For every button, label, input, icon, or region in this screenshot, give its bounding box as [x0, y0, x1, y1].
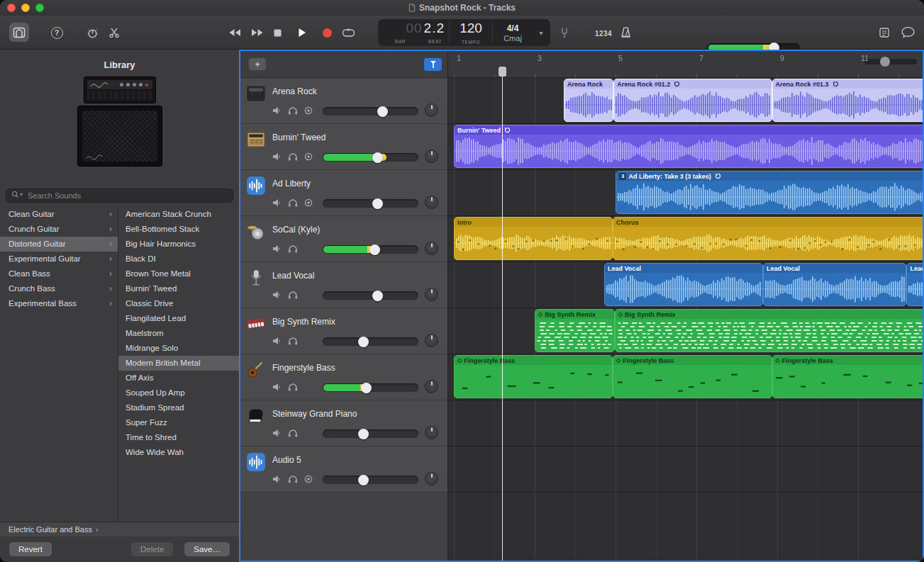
input-monitor-button[interactable] — [304, 152, 313, 161]
input-monitor-button[interactable] — [304, 198, 313, 207]
mute-button[interactable] — [272, 383, 282, 391]
library-patch-classic-drive[interactable]: Classic Drive — [118, 296, 239, 311]
tuner-button[interactable] — [560, 26, 569, 39]
pan-knob[interactable] — [425, 196, 438, 209]
track-lane-socal-kyle[interactable]: IntroChorus — [448, 216, 923, 262]
mute-button[interactable] — [272, 337, 282, 345]
region-fingerstyle-bass[interactable]: ◇Fingerstyle Bass — [613, 355, 772, 398]
save-button[interactable]: Save… — [184, 542, 230, 556]
mute-button[interactable] — [272, 198, 282, 207]
library-patch-wide-wide-wah[interactable]: Wide Wide Wah — [118, 445, 239, 460]
volume-slider[interactable] — [323, 383, 418, 392]
track-lane-lead-vocal[interactable]: Lead VocalLead VocalLead — [448, 262, 923, 308]
track-lane-big-synth-remix[interactable]: ◇Big Synth Remix◇Big Synth Remix — [448, 308, 923, 354]
count-in-button[interactable]: 1234 — [593, 28, 614, 38]
library-category-crunch-bass[interactable]: Crunch Bass› — [0, 281, 118, 296]
volume-knob[interactable] — [361, 383, 372, 393]
library-patch-american-stack-crunch[interactable]: American Stack Crunch — [118, 207, 239, 222]
region-intro[interactable]: Intro — [454, 217, 613, 260]
mute-button[interactable] — [272, 429, 282, 437]
region-burnin-tweed[interactable]: Burnin' Tweed — [454, 125, 923, 168]
rewind-button[interactable] — [228, 28, 241, 37]
region-big-synth-remix[interactable]: ◇Big Synth Remix — [615, 309, 923, 352]
library-patch-modern-british-metal[interactable]: Modern British Metal — [118, 356, 239, 371]
pan-knob[interactable] — [425, 103, 438, 117]
lcd-tempo-section[interactable]: 120 TEMPO — [450, 19, 492, 46]
library-patch-big-hair-harmonics[interactable]: Big Hair Harmonics — [118, 237, 239, 252]
track-lane-steinway-grand-piano[interactable] — [448, 400, 923, 446]
region-arena-rock-01-3[interactable]: Arena Rock #01.3 — [772, 79, 923, 122]
add-track-button[interactable]: + — [249, 58, 266, 70]
library-category-clean-bass[interactable]: Clean Bass› — [0, 266, 118, 281]
track-lane-audio-5[interactable] — [448, 446, 923, 493]
region-big-synth-remix[interactable]: ◇Big Synth Remix — [535, 309, 615, 352]
library-category-experimental-guitar[interactable]: Experimental Guitar› — [0, 252, 118, 266]
volume-slider[interactable] — [323, 245, 418, 254]
library-category-distorted-guitar[interactable]: Distorted Guitar› — [0, 237, 118, 252]
pan-knob[interactable] — [425, 334, 438, 347]
track-lane-fingerstyle-bass[interactable]: ◇Fingerstyle Bass◇Fingerstyle Bass◇Finge… — [448, 354, 923, 400]
track-lane-arena-rock[interactable]: Arena RockArena Rock #01.2Arena Rock #01… — [448, 78, 923, 124]
track-header-big-synth-remix[interactable]: Big Synth Remix — [240, 308, 447, 354]
pan-knob[interactable] — [425, 150, 438, 163]
region-fingerstyle-bass[interactable]: ◇Fingerstyle Bass — [772, 355, 923, 398]
volume-knob[interactable] — [372, 291, 383, 301]
cycle-button[interactable] — [342, 28, 355, 38]
mute-button[interactable] — [272, 291, 282, 299]
library-patch-midrange-solo[interactable]: Midrange Solo — [118, 341, 239, 356]
library-patch-off-axis[interactable]: Off Axis — [118, 371, 239, 386]
search-sounds-input[interactable] — [6, 189, 233, 203]
library-breadcrumb[interactable]: Electric Guitar and Bass› — [0, 522, 239, 536]
solo-button[interactable] — [288, 429, 298, 437]
track-header-ad-liberty[interactable]: Ad Liberty — [240, 170, 447, 216]
track-header-audio-5[interactable]: Audio 5 — [240, 446, 447, 493]
playhead-handle[interactable] — [499, 67, 506, 77]
play-button[interactable] — [291, 22, 313, 43]
track-header-arena-rock[interactable]: Arena Rock — [240, 78, 447, 124]
region-lead-vocal[interactable]: Lead Vocal — [763, 263, 906, 306]
timeline[interactable]: 1357911 Arena RockArena Rock #01.2Arena … — [447, 51, 923, 561]
lcd-mode-chevron-icon[interactable]: ▾ — [533, 19, 550, 46]
volume-slider[interactable] — [323, 337, 418, 346]
lcd-key-section[interactable]: 4/4 Cmaj — [493, 19, 533, 46]
library-patch-bell-bottomed-stack[interactable]: Bell-Bottomed Stack — [118, 222, 239, 237]
solo-button[interactable] — [288, 245, 298, 253]
input-monitor-button[interactable] — [304, 106, 313, 115]
track-lane-ad-liberty[interactable]: 3Ad Liberty: Take 3 (3 takes) — [448, 170, 923, 216]
library-patch-super-fuzz[interactable]: Super Fuzz — [118, 415, 239, 430]
track-header-lead-vocal[interactable]: Lead Vocal — [240, 262, 447, 308]
library-patch-maelstrom[interactable]: Maelstrom — [118, 326, 239, 341]
playhead[interactable] — [502, 67, 503, 561]
solo-button[interactable] — [288, 291, 298, 299]
volume-knob[interactable] — [372, 198, 383, 209]
volume-slider[interactable] — [323, 429, 418, 438]
solo-button[interactable] — [288, 152, 298, 161]
mute-button[interactable] — [272, 152, 282, 161]
forward-button[interactable] — [251, 28, 264, 37]
smart-controls-button[interactable] — [85, 26, 99, 40]
library-category-clean-guitar[interactable]: Clean Guitar› — [0, 207, 118, 222]
track-lane-burnin-tweed[interactable]: Burnin' Tweed — [448, 124, 923, 170]
volume-slider[interactable] — [323, 107, 418, 116]
quick-help-bubble-button[interactable] — [900, 25, 915, 39]
library-category-experimental-bass[interactable]: Experimental Bass› — [0, 296, 118, 311]
volume-slider[interactable] — [323, 153, 418, 162]
volume-knob[interactable] — [369, 245, 380, 255]
editors-button[interactable] — [107, 26, 121, 40]
region-lead-vocal[interactable]: Lead Vocal — [604, 263, 763, 306]
solo-button[interactable] — [288, 337, 298, 345]
library-patch-brown-tone-metal[interactable]: Brown Tone Metal — [118, 266, 239, 281]
library-patch-souped-up-amp[interactable]: Souped Up Amp — [118, 386, 239, 400]
mute-button[interactable] — [272, 106, 282, 115]
solo-button[interactable] — [288, 106, 298, 115]
region-arena-rock-01-2[interactable]: Arena Rock #01.2 — [613, 79, 772, 122]
volume-knob[interactable] — [372, 152, 383, 163]
library-patch-burnin-tweed[interactable]: Burnin' Tweed — [118, 281, 239, 296]
timeline-ruler[interactable]: 1357911 — [448, 51, 923, 78]
input-monitor-button[interactable] — [304, 475, 313, 483]
pan-knob[interactable] — [425, 472, 438, 485]
pan-knob[interactable] — [425, 426, 438, 439]
library-patch-stadium-spread[interactable]: Stadium Spread — [118, 400, 239, 415]
pan-knob[interactable] — [425, 242, 438, 255]
track-header-burnin-tweed[interactable]: Burnin' Tweed — [240, 124, 447, 170]
